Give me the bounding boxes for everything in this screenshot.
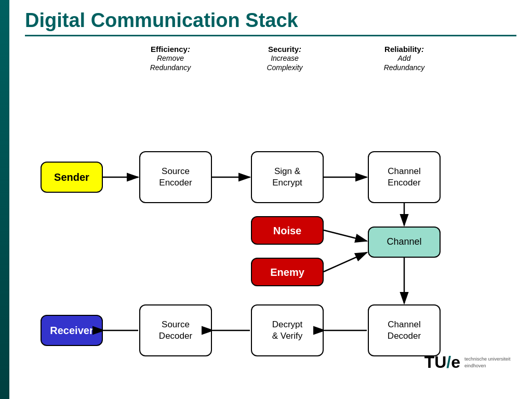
sign-encrypt-box: Sign &Encrypt xyxy=(251,151,324,203)
security-sublabel: IncreaseComplexity xyxy=(243,54,326,72)
main-content: Digital Communication Stack Efficiency: … xyxy=(9,0,532,399)
decrypt-verify-box: Decrypt& Verify xyxy=(251,304,324,356)
reliability-label: Reliability: xyxy=(363,45,446,54)
svg-line-6 xyxy=(324,230,367,241)
channel-decoder-box: ChannelDecoder xyxy=(368,304,441,356)
efficiency-label: Efficiency: xyxy=(129,45,212,54)
title-divider xyxy=(25,35,516,36)
col-header-reliability: Reliability: AddRedundancy xyxy=(363,45,446,72)
left-accent-bar xyxy=(0,0,9,399)
col-header-efficiency: Efficiency: RemoveRedundancy xyxy=(129,45,212,72)
enemy-box: Enemy xyxy=(251,258,324,286)
source-encoder-box: SourceEncoder xyxy=(139,151,212,203)
source-decoder-box: SourceDecoder xyxy=(139,304,212,356)
page-title: Digital Communication Stack xyxy=(25,9,516,32)
diagram-area: Efficiency: RemoveRedundancy Security: I… xyxy=(25,45,516,377)
efficiency-sublabel: RemoveRedundancy xyxy=(129,54,212,72)
reliability-sublabel: AddRedundancy xyxy=(363,54,446,72)
tue-text: TU/e xyxy=(424,353,460,372)
tue-logo: TU/e technische universiteit eindhoven xyxy=(424,353,516,372)
channel-encoder-box: ChannelEncoder xyxy=(368,151,441,203)
receiver-box: Receiver xyxy=(41,315,103,346)
tue-subtitle: technische universiteit eindhoven xyxy=(464,356,516,369)
noise-box: Noise xyxy=(251,216,324,245)
channel-box: Channel xyxy=(368,227,441,258)
security-label: Security: xyxy=(243,45,326,54)
sender-box: Sender xyxy=(41,162,103,193)
col-header-security: Security: IncreaseComplexity xyxy=(243,45,326,72)
svg-line-7 xyxy=(324,252,367,272)
